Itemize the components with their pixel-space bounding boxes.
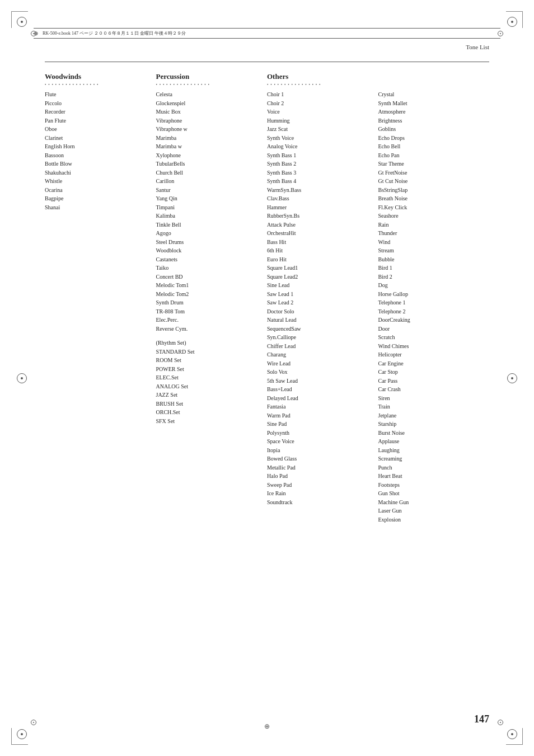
list-item: Car Pass bbox=[378, 377, 484, 386]
list-item: Church Bell bbox=[156, 168, 262, 177]
list-item: Bird 2 bbox=[378, 273, 484, 281]
list-item: Jazz Scat bbox=[267, 125, 373, 134]
top-rule bbox=[45, 62, 489, 62]
list-item: Castanets bbox=[156, 255, 262, 264]
list-item: Telephone 1 bbox=[378, 298, 484, 307]
list-item: Elec.Perc. bbox=[156, 316, 262, 325]
list-item: Music Box bbox=[156, 107, 262, 116]
woodwinds-column: Woodwinds • • • • • • • • • • • • • • • … bbox=[45, 72, 156, 212]
list-item: Stream bbox=[378, 246, 484, 255]
page-title: Tone List bbox=[466, 44, 489, 50]
list-item: Recorder bbox=[45, 107, 151, 116]
list-item: Gt FretNoise bbox=[378, 168, 484, 177]
list-item: Wire Lead bbox=[267, 359, 373, 368]
list-item: OrchestraHit bbox=[267, 229, 373, 238]
list-item: Agogo bbox=[156, 229, 262, 238]
list-item: Dog bbox=[378, 281, 484, 290]
list-item: Chiffer Lead bbox=[267, 342, 373, 351]
reg-circle-ml bbox=[17, 373, 27, 383]
list-item: Piccolo bbox=[45, 99, 151, 108]
list-item: Attack Pulse bbox=[267, 220, 373, 229]
list-item: Clav.Bass bbox=[267, 194, 373, 203]
reg-circle-tl bbox=[17, 17, 27, 27]
list-item: Seashore bbox=[378, 212, 484, 220]
list-item: Halo Pad bbox=[267, 472, 373, 481]
list-item: Thunder bbox=[378, 229, 484, 238]
reg-circle-tr bbox=[507, 17, 517, 27]
list-item: Solo Vox bbox=[267, 368, 373, 377]
reg-circle-bl bbox=[17, 729, 27, 739]
list-item: Woodblock bbox=[156, 246, 262, 255]
reg-circle-mr bbox=[507, 373, 517, 383]
list-item: Scratch bbox=[378, 333, 484, 342]
list-item: Bagpipe bbox=[45, 194, 151, 203]
list-item: ELEC.Set bbox=[156, 373, 262, 382]
list-item: Ice Rain bbox=[267, 489, 373, 498]
list-item: Synth Bass 4 bbox=[267, 177, 373, 186]
percussion-items: CelestaGlockenspielMusic BoxVibraphoneVi… bbox=[156, 90, 262, 333]
list-item: Hammer bbox=[267, 203, 373, 212]
list-item: ORCH.Set bbox=[156, 408, 262, 417]
others-column: Others • • • • • • • • • • • • • • • • C… bbox=[267, 72, 378, 506]
list-item: Gun Shot bbox=[378, 489, 484, 498]
list-item: Syn.Calliope bbox=[267, 333, 373, 342]
list-item: Rain bbox=[378, 220, 484, 229]
list-item: Choir 1 bbox=[267, 90, 373, 99]
list-item: Siren bbox=[378, 394, 484, 403]
list-item: Melodic Tom1 bbox=[156, 281, 262, 290]
list-item: Horse Gallop bbox=[378, 290, 484, 299]
list-item: Synth Bass 1 bbox=[267, 151, 373, 160]
list-item: SequencedSaw bbox=[267, 325, 373, 334]
list-item: Car Crash bbox=[378, 385, 484, 394]
list-item: 6th Hit bbox=[267, 246, 373, 255]
header-bar: RK-500-e.book 147 ページ ２００６年８月１１日 金曜日 午後４… bbox=[34, 28, 500, 39]
list-item: Sweep Pad bbox=[267, 481, 373, 490]
list-item: BRUSH Set bbox=[156, 400, 262, 408]
others-header: Others bbox=[267, 72, 373, 81]
list-item: Saw Lead 2 bbox=[267, 298, 373, 307]
list-item: Fl.Key Click bbox=[378, 203, 484, 212]
list-item: RubberSyn.Bs bbox=[267, 212, 373, 220]
list-item: Synth Drum bbox=[156, 298, 262, 307]
list-item: Gt Cut Noise bbox=[378, 177, 484, 186]
list-item: Laser Gun bbox=[378, 506, 484, 515]
list-item: Euro Hit bbox=[267, 255, 373, 264]
list-item: ROOM Set bbox=[156, 356, 262, 365]
list-item: Explosion bbox=[378, 515, 484, 524]
others-items: Choir 1Choir 2VoiceHummingJazz ScatSynth… bbox=[267, 90, 373, 506]
list-item: Marimba bbox=[156, 134, 262, 143]
list-item: Doctor Solo bbox=[267, 307, 373, 316]
list-item: Natural Lead bbox=[267, 316, 373, 325]
list-item: Bird 1 bbox=[378, 264, 484, 273]
list-item: Echo Pan bbox=[378, 151, 484, 160]
list-item: Sine Lead bbox=[267, 281, 373, 290]
list-item: Helicopter bbox=[378, 350, 484, 359]
list-item: Timpani bbox=[156, 203, 262, 212]
woodwinds-items: FlutePiccoloRecorderPan FluteOboeClarine… bbox=[45, 90, 151, 212]
list-item: Echo Bell bbox=[378, 142, 484, 151]
list-item: Square Lead2 bbox=[267, 273, 373, 281]
list-item: Celesta bbox=[156, 90, 262, 99]
list-item: Ocarina bbox=[45, 186, 151, 195]
list-item: TubularBells bbox=[156, 159, 262, 168]
list-item: Applause bbox=[378, 437, 484, 446]
main-content: Woodwinds • • • • • • • • • • • • • • • … bbox=[45, 62, 489, 711]
list-item: Punch bbox=[378, 463, 484, 472]
list-item: DoorCreaking bbox=[378, 316, 484, 325]
tone-columns: Woodwinds • • • • • • • • • • • • • • • … bbox=[45, 72, 489, 524]
list-item: Burst Noise bbox=[378, 429, 484, 438]
list-item: Marimba w bbox=[156, 142, 262, 151]
list-item: Melodic Tom2 bbox=[156, 290, 262, 299]
list-item: Analog Voice bbox=[267, 142, 373, 151]
list-item: Bass Hit bbox=[267, 238, 373, 247]
percussion-header: Percussion bbox=[156, 72, 262, 81]
list-item: Synth Voice bbox=[267, 134, 373, 143]
list-item: Synth Bass 3 bbox=[267, 168, 373, 177]
header-cross-icon bbox=[34, 31, 39, 36]
bottom-cross-icon: ⊕ bbox=[264, 722, 270, 731]
list-item: TR-808 Tom bbox=[156, 307, 262, 316]
list-item: Jetplane bbox=[378, 411, 484, 420]
list-item: Square Lead1 bbox=[267, 264, 373, 273]
list-item: Space Voice bbox=[267, 437, 373, 446]
inner-circle-br bbox=[498, 720, 503, 725]
